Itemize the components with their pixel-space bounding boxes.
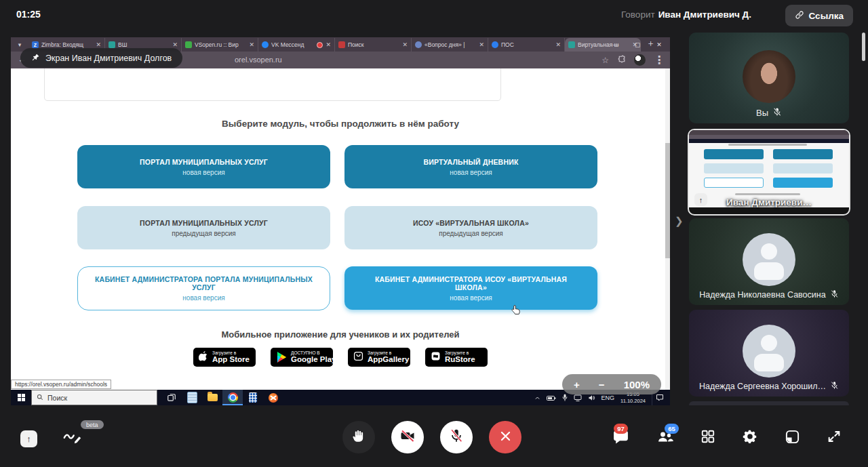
taskbar-app-notepad[interactable] bbox=[182, 390, 202, 405]
tab-close-icon[interactable]: ✕ bbox=[249, 41, 254, 48]
module-title: ПОРТАЛ МУНИЦИПАЛЬНЫХ УСЛУГ bbox=[140, 158, 268, 166]
participants-count-badge: 65 bbox=[665, 424, 679, 434]
participant-tile-nadezhda-khoroshil[interactable]: Надежда Сергеевна Хорошил… bbox=[689, 310, 849, 397]
tab-title: Zimbra: Входящ bbox=[41, 41, 93, 48]
start-button[interactable] bbox=[11, 390, 31, 405]
zoom-in-button[interactable]: + bbox=[574, 379, 580, 390]
mic-muted-icon bbox=[830, 381, 839, 392]
participants-button[interactable]: 65 bbox=[656, 429, 674, 447]
calculator-icon bbox=[249, 392, 257, 403]
apps-grid-button[interactable] bbox=[699, 429, 717, 447]
tab-close-icon[interactable]: ✕ bbox=[96, 41, 101, 48]
module-admin-isou-new[interactable]: КАБИНЕТ АДМИНИСТРАТОРА ИСОУ «ВИРТУАЛЬНАЯ… bbox=[344, 266, 597, 310]
sidebar-scrollbar-thumb[interactable] bbox=[862, 33, 865, 61]
module-isou-old[interactable]: ИСОУ «ВИРТУАЛЬНАЯ ШКОЛА» предыдущая верс… bbox=[344, 206, 597, 249]
page-scrollbar-thumb[interactable] bbox=[665, 143, 670, 258]
picture-in-picture-button[interactable] bbox=[783, 429, 801, 447]
sidebar-collapse-chevron[interactable]: ❯ bbox=[675, 215, 684, 227]
window-minimize-button[interactable]: — bbox=[605, 37, 627, 52]
extensions-icon[interactable] bbox=[617, 54, 626, 66]
browser-menu-icon[interactable]: ⋮ bbox=[654, 54, 665, 66]
taskbar-app-explorer[interactable] bbox=[202, 390, 222, 405]
pin-icon[interactable] bbox=[31, 53, 40, 64]
module-title: КАБИНЕТ АДМИНИСТРАТОРА ИСОУ «ВИРТУАЛЬНАЯ… bbox=[358, 275, 584, 291]
bookmark-star-icon[interactable]: ☆ bbox=[601, 56, 609, 65]
rustore-badge[interactable]: Загрузите вRuStore bbox=[425, 348, 488, 367]
chrome-icon bbox=[228, 392, 238, 403]
module-subtitle: предыдущая версия bbox=[439, 230, 502, 237]
tab-close-icon[interactable]: ✕ bbox=[172, 41, 178, 48]
module-diary-new[interactable]: ВИРТУАЛЬНЫЙ ДНЕВНИК новая версия bbox=[344, 145, 597, 188]
link-button-label: Ссылка bbox=[809, 11, 844, 21]
participant-tile-nadezhda-savosina[interactable]: Надежда Николаевна Савосина bbox=[689, 218, 849, 305]
badge-line1: ДОСТУПНО В bbox=[291, 350, 336, 355]
chat-unread-badge: 97 bbox=[614, 424, 628, 434]
copy-link-button[interactable]: Ссылка bbox=[785, 5, 853, 26]
mic-muted-icon bbox=[830, 289, 839, 300]
zimbra-favicon: Z bbox=[32, 41, 39, 48]
taskbar-app-calculator[interactable] bbox=[243, 390, 263, 405]
battery-icon[interactable] bbox=[547, 392, 556, 404]
taskbar-app-chrome[interactable] bbox=[222, 390, 243, 405]
participant-tile-sharing-ivan[interactable]: ↑ Иван Дмитриеви… bbox=[688, 129, 850, 216]
task-view-button[interactable] bbox=[161, 390, 182, 405]
tab-close-icon[interactable]: ✕ bbox=[479, 41, 484, 48]
appgallery-badge[interactable]: Загрузите вAppGallery bbox=[348, 348, 410, 367]
module-title: ИСОУ «ВИРТУАЛЬНАЯ ШКОЛА» bbox=[413, 219, 529, 227]
module-portal-new[interactable]: ПОРТАЛ МУНИЦИПАЛЬНЫХ УСЛУГ новая версия bbox=[77, 145, 330, 188]
raise-hand-button[interactable] bbox=[342, 421, 375, 453]
participant-name: Надежда Сергеевна Хорошил… bbox=[699, 382, 826, 391]
module-portal-old[interactable]: ПОРТАЛ МУНИЦИПАЛЬНЫХ УСЛУГ предыдущая ве… bbox=[77, 206, 330, 249]
draw-tool-button[interactable] bbox=[63, 429, 82, 448]
window-close-button[interactable]: ✕ bbox=[648, 37, 670, 52]
taskbar-app-snip[interactable] bbox=[263, 390, 283, 405]
browser-tab-vk-messenger[interactable]: VK Мессенд ✕ bbox=[258, 38, 335, 52]
zoom-level-label: 100% bbox=[624, 379, 650, 390]
camera-off-button[interactable] bbox=[391, 421, 424, 453]
browser-tab-pos[interactable]: ПОС ✕ bbox=[488, 38, 565, 52]
module-admin-portal-new[interactable]: КАБИНЕТ АДМИНИСТРАТОРА ПОРТАЛА МУНИЦИПАЛ… bbox=[77, 266, 330, 310]
taskbar-search-box[interactable]: Поиск bbox=[31, 390, 157, 405]
mini-browser-tabstrip bbox=[689, 130, 849, 135]
screen-share-active-button[interactable]: ↑ bbox=[20, 430, 37, 447]
keyboard-language[interactable]: ENG bbox=[601, 394, 615, 401]
address-bar-url[interactable]: orel.vsopen.ru bbox=[235, 56, 282, 64]
zoom-out-button[interactable]: − bbox=[599, 379, 605, 390]
browser-profile-avatar[interactable] bbox=[634, 54, 646, 66]
tab-close-icon[interactable]: ✕ bbox=[402, 41, 408, 48]
badge-line2: AppGallery bbox=[368, 355, 409, 364]
participant-avatar-placeholder bbox=[743, 233, 795, 286]
google-play-badge[interactable]: ДОСТУПНО ВGoogle Play bbox=[271, 348, 333, 367]
window-maximize-button[interactable]: ▢ bbox=[627, 37, 648, 52]
chat-button[interactable]: 97 bbox=[612, 429, 629, 447]
badge-line2: RuStore bbox=[445, 355, 475, 364]
tray-chevron-icon[interactable] bbox=[534, 392, 540, 404]
module-title: ПОРТАЛ МУНИЦИПАЛЬНЫХ УСЛУГ bbox=[140, 219, 268, 227]
badge-line1: Загрузите в bbox=[212, 350, 250, 355]
browser-tab-poisk[interactable]: Поиск ✕ bbox=[335, 38, 412, 52]
app-store-badge[interactable]: Загрузите вApp Store bbox=[193, 348, 256, 367]
speaking-name: Иван Дмитриевич Д. bbox=[658, 9, 751, 20]
vopros-favicon bbox=[415, 41, 422, 48]
badge-line2: App Store bbox=[212, 355, 250, 364]
tray-mic-icon[interactable] bbox=[562, 392, 568, 404]
participant-tile-you[interactable]: Вы bbox=[689, 33, 849, 123]
end-call-button[interactable] bbox=[489, 421, 521, 453]
vk-favicon bbox=[262, 41, 269, 48]
module-subtitle: новая версия bbox=[450, 169, 492, 176]
windows-logo-icon bbox=[18, 394, 25, 401]
tab-close-icon[interactable]: ✕ bbox=[555, 41, 561, 48]
taskbar-search-placeholder: Поиск bbox=[47, 394, 67, 402]
mic-off-button[interactable] bbox=[440, 421, 473, 453]
google-play-icon bbox=[276, 352, 287, 363]
settings-button[interactable] bbox=[741, 429, 759, 447]
browser-tab-vsopen[interactable]: VSopen.ru :: Вир ✕ bbox=[182, 38, 258, 52]
mobile-app-heading: Мобильное приложение для учеников и их р… bbox=[11, 329, 670, 340]
fullscreen-button[interactable] bbox=[825, 429, 843, 447]
speaking-prefix: Говорит bbox=[621, 9, 655, 20]
browser-tab-vopros-dnya[interactable]: «Вопрос дня» | ✕ bbox=[412, 38, 488, 52]
participant-tile-partial[interactable] bbox=[689, 401, 849, 405]
tab-close-icon[interactable]: ✕ bbox=[326, 41, 331, 48]
mic-off-icon bbox=[449, 428, 464, 446]
tab-title: ПОС bbox=[501, 41, 553, 48]
